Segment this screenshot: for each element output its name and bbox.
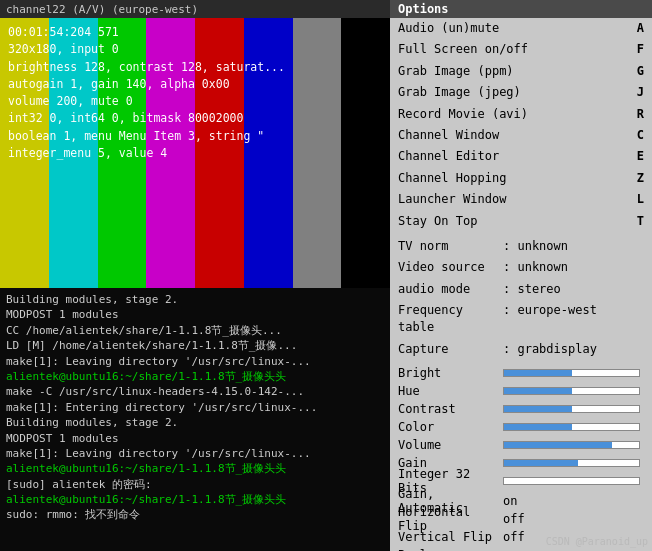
menu-item-label: Record Movie (avi) <box>398 106 528 123</box>
slider-bar[interactable] <box>503 387 640 395</box>
menu-item-key: F <box>637 41 644 58</box>
info-label: Video source <box>398 259 503 276</box>
menu-section: Audio (un)muteAFull Screen on/offFGrab I… <box>390 18 652 232</box>
color-bar <box>98 18 147 288</box>
slider-label: Hue <box>398 384 503 398</box>
info-row: Video source: unknown <box>390 257 652 278</box>
info-value: : unknown <box>503 259 568 276</box>
color-bars <box>0 18 390 288</box>
slider-row[interactable]: Volume <box>390 436 652 454</box>
info-value: : europe-west <box>503 302 597 337</box>
right-panel-title: Options <box>390 0 652 18</box>
slider-label: Volume <box>398 438 503 452</box>
info-row: TV norm: unknown <box>390 236 652 257</box>
color-bar <box>49 18 98 288</box>
info-label: audio mode <box>398 281 503 298</box>
menu-item-key: R <box>637 106 644 123</box>
info-label: Capture <box>398 341 503 358</box>
menu-item-label: Grab Image (ppm) <box>398 63 514 80</box>
menu-item-label: Grab Image (jpeg) <box>398 84 521 101</box>
terminal-line: LD [M] /home/alientek/share/1-1.1.8节_摄像.… <box>6 338 384 353</box>
terminal-line: MODPOST 1 modules <box>6 307 384 322</box>
menu-item[interactable]: Record Movie (avi)R <box>390 104 652 125</box>
slider-fill <box>504 442 612 448</box>
menu-item-key: A <box>637 20 644 37</box>
color-bar <box>195 18 244 288</box>
terminal-line: alientek@ubuntu16:~/share/1-1.1.8节_摄像头头 <box>6 461 384 476</box>
slider-bar[interactable] <box>503 369 640 377</box>
title-bar: channel22 (A/V) (europe-west) <box>0 0 390 18</box>
toggle-value: off <box>503 530 525 544</box>
menu-item[interactable]: Launcher WindowL <box>390 189 652 210</box>
slider-row[interactable]: Color <box>390 418 652 436</box>
menu-item-label: Channel Window <box>398 127 499 144</box>
menu-item[interactable]: Grab Image (ppm)G <box>390 61 652 82</box>
toggle-label: Horizontal Flip <box>398 505 503 533</box>
slider-bar[interactable] <box>503 405 640 413</box>
terminal-line: alientek@ubuntu16:~/share/1-1.1.8节_摄像头头 <box>6 492 384 507</box>
terminal-line: MODPOST 1 modules <box>6 431 384 446</box>
color-bar <box>293 18 342 288</box>
menu-item[interactable]: Full Screen on/offF <box>390 39 652 60</box>
menu-item-label: Launcher Window <box>398 191 506 208</box>
slider-fill <box>504 370 572 376</box>
slider-fill <box>504 388 572 394</box>
toggle-value: off <box>503 512 525 526</box>
menu-item[interactable]: Channel HoppingZ <box>390 168 652 189</box>
info-value: : grabdisplay <box>503 341 597 358</box>
terminal-line: alientek@ubuntu16:~/share/1-1.1.8节_摄像头头 <box>6 369 384 384</box>
info-row: Frequency table: europe-west <box>390 300 652 339</box>
terminal-line: make[1]: Entering directory '/usr/src/li… <box>6 400 384 415</box>
menu-item[interactable]: Audio (un)muteA <box>390 18 652 39</box>
toggle-row[interactable]: Horizontal Flipoff <box>390 510 652 528</box>
video-area: 00:01:54:204 571320x180, input 0brightne… <box>0 18 390 288</box>
slider-label: Bright <box>398 366 503 380</box>
watermark: CSDN @Paranoid_up <box>546 536 648 547</box>
color-bar <box>0 18 49 288</box>
menu-item-key: G <box>637 63 644 80</box>
slider-label: Contrast <box>398 402 503 416</box>
info-value: : unknown <box>503 238 568 255</box>
menu-item[interactable]: Grab Image (jpeg)J <box>390 82 652 103</box>
terminal-area: Building modules, stage 2. MODPOST 1 mod… <box>0 288 390 551</box>
menu-item-label: Channel Editor <box>398 148 499 165</box>
right-panel: Options Audio (un)muteAFull Screen on/of… <box>390 0 652 551</box>
terminal-line: Building modules, stage 2. <box>6 415 384 430</box>
slider-bar[interactable] <box>503 459 640 467</box>
info-row: audio mode: stereo <box>390 279 652 300</box>
slider-label: Color <box>398 420 503 434</box>
slider-fill <box>504 406 572 412</box>
slider-row[interactable]: Contrast <box>390 400 652 418</box>
info-section: TV norm: unknownVideo source: unknownaud… <box>390 236 652 360</box>
color-bar <box>244 18 293 288</box>
terminal-line: make[1]: Leaving directory '/usr/src/lin… <box>6 446 384 461</box>
color-bar <box>146 18 195 288</box>
menu-item-key: J <box>637 84 644 101</box>
terminal-line: Building modules, stage 2. <box>6 292 384 307</box>
menu-item[interactable]: Channel EditorE <box>390 146 652 167</box>
info-row: Capture: grabdisplay <box>390 339 652 360</box>
menu-item-label: Channel Hopping <box>398 170 506 187</box>
slider-bar[interactable] <box>503 441 640 449</box>
terminal-line: CC /home/alientek/share/1-1.1.8节_摄像头... <box>6 323 384 338</box>
menu-item-label: Stay On Top <box>398 213 477 230</box>
slider-bar[interactable] <box>503 477 640 485</box>
menu-item[interactable]: Stay On TopT <box>390 211 652 232</box>
slider-fill <box>504 460 578 466</box>
menu-item-key: E <box>637 148 644 165</box>
toggle-value: on <box>503 494 517 508</box>
color-bar <box>341 18 390 288</box>
info-label: Frequency table <box>398 302 503 337</box>
sliders-section: BrightHueContrastColorVolumeGainInteger … <box>390 364 652 492</box>
info-label: TV norm <box>398 238 503 255</box>
terminal-line: make -C /usr/src/linux-headers-4.15.0-14… <box>6 384 384 399</box>
menu-item-label: Audio (un)mute <box>398 20 499 37</box>
slider-bar[interactable] <box>503 423 640 431</box>
menu-item[interactable]: Channel WindowC <box>390 125 652 146</box>
menu-item-key: Z <box>637 170 644 187</box>
slider-row[interactable]: Hue <box>390 382 652 400</box>
terminal-line: sudo: rmmo: 找不到命令 <box>6 507 384 522</box>
menu-item-key: T <box>637 213 644 230</box>
slider-row[interactable]: Bright <box>390 364 652 382</box>
left-panel: channel22 (A/V) (europe-west) 00:01:54:2… <box>0 0 390 551</box>
